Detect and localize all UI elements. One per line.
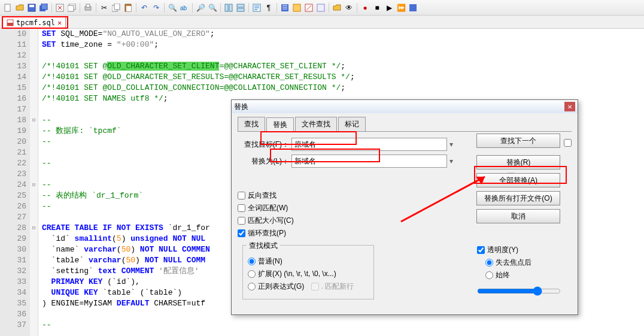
svg-rect-16 — [229, 4, 232, 11]
sql-file-icon — [7, 19, 14, 26]
replace-label: 替换为(L)： — [238, 156, 291, 167]
sync-v-icon[interactable] — [223, 2, 234, 13]
mode-normal[interactable]: 普通(N) — [248, 256, 369, 267]
doc-map-icon[interactable] — [303, 2, 314, 13]
search-mode-group: 查找模式 普通(N) 扩展(X) (\n, \r, \t, \0, \x...)… — [242, 245, 374, 299]
file-tab-close-icon[interactable]: ✕ — [57, 19, 62, 27]
svg-rect-2 — [29, 5, 34, 7]
monitor-icon[interactable]: 👁 — [344, 2, 354, 13]
lang-icon[interactable] — [291, 2, 302, 13]
replace-input[interactable] — [291, 155, 447, 168]
sync-h-icon[interactable] — [235, 2, 246, 13]
dialog-tab-1[interactable]: 替换 — [266, 117, 294, 132]
transparency-slider[interactable] — [477, 286, 561, 296]
open-icon[interactable] — [14, 2, 25, 13]
transparency-group: 透明度(Y) 失去焦点后 始终 — [477, 245, 567, 298]
svg-text:ab: ab — [180, 5, 187, 11]
zoom-out-icon[interactable]: 🔍 — [207, 2, 218, 13]
stop-icon[interactable]: ■ — [372, 2, 382, 13]
svg-rect-15 — [225, 4, 228, 11]
dialog-buttons: 查找下一个 替换(R) 全部替换(A) 替换所有打开文件(O) 取消 — [476, 134, 572, 227]
transparency-checkbox[interactable]: 透明度(Y) — [477, 245, 567, 255]
search-mode-title: 查找模式 — [247, 241, 280, 251]
dialog-title: 替换 — [234, 102, 564, 112]
replace-dialog: 替换 ✕ 查找替换文件查找标记 查找目标(F)： ▾ 替换为(L)： ▾ 选取范… — [231, 99, 578, 315]
close-all-icon[interactable] — [66, 2, 77, 13]
file-tab-name: tpcmf.sql — [16, 19, 55, 27]
show-all-icon[interactable]: ¶ — [263, 2, 274, 13]
svg-rect-18 — [237, 8, 244, 11]
folder-icon[interactable] — [332, 2, 342, 13]
file-tab[interactable]: tpcmf.sql ✕ — [2, 17, 66, 28]
find-icon[interactable]: 🔍 — [167, 2, 178, 13]
dialog-tab-3[interactable]: 标记 — [338, 117, 366, 131]
redo-icon[interactable]: ↷ — [151, 2, 162, 13]
wrap-icon[interactable] — [251, 2, 262, 13]
dialog-titlebar[interactable]: 替换 ✕ — [232, 100, 578, 113]
find-dropdown-icon[interactable]: ▾ — [449, 140, 453, 149]
trans-lose-focus[interactable]: 失去焦点后 — [485, 258, 567, 268]
undo-icon[interactable]: ↶ — [139, 2, 150, 13]
play-icon[interactable]: ▶ — [384, 2, 394, 13]
replace-dropdown-icon[interactable]: ▾ — [449, 157, 453, 165]
find-input[interactable] — [291, 138, 447, 151]
new-file-icon[interactable] — [2, 2, 13, 13]
func-list-icon[interactable] — [315, 2, 326, 13]
copy-icon[interactable] — [111, 2, 121, 13]
svg-rect-21 — [293, 4, 300, 11]
svg-rect-7 — [68, 5, 74, 11]
mode-extended[interactable]: 扩展(X) (\n, \r, \t, \0, \x...) — [248, 269, 369, 279]
paste-icon[interactable] — [123, 2, 133, 13]
svg-rect-4 — [41, 4, 47, 10]
dialog-close-icon[interactable]: ✕ — [564, 102, 575, 111]
find-next-button[interactable]: 查找下一个 — [476, 134, 560, 148]
replace-icon[interactable]: ab — [179, 2, 190, 13]
svg-rect-24 — [409, 4, 417, 11]
play-multi-icon[interactable]: ⏩ — [396, 2, 406, 13]
indent-guide-icon[interactable] — [280, 2, 290, 13]
svg-rect-11 — [114, 4, 120, 10]
zoom-in-icon[interactable]: 🔎 — [195, 2, 206, 13]
record-icon[interactable]: ● — [360, 2, 370, 13]
cut-icon[interactable]: ✂ — [99, 2, 110, 13]
dialog-tabs: 查找替换文件查找标记 — [238, 117, 572, 132]
mode-regex[interactable]: 正则表达式(G) . 匹配新行 — [248, 281, 369, 292]
print-icon[interactable] — [83, 2, 93, 13]
save-macro-icon[interactable] — [408, 2, 418, 13]
main-toolbar: ✂ ↶ ↷ 🔍 ab 🔎 🔍 ¶ 👁 ● ■ ▶ ⏩ — [0, 0, 644, 16]
find-next-pin-checkbox[interactable] — [564, 139, 572, 147]
find-label: 查找目标(F)： — [238, 140, 291, 150]
dialog-tab-0[interactable]: 查找 — [238, 117, 265, 131]
save-all-icon[interactable] — [38, 2, 49, 13]
replace-button[interactable]: 替换(R) — [476, 155, 560, 169]
close-icon[interactable] — [54, 2, 65, 13]
dialog-tab-2[interactable]: 文件查找 — [295, 117, 337, 131]
svg-rect-17 — [237, 4, 244, 7]
cancel-button[interactable]: 取消 — [476, 209, 560, 223]
replace-all-button[interactable]: 全部替换(A) — [476, 173, 560, 187]
svg-rect-23 — [317, 4, 324, 11]
line-number-gutter: 1011121314151617181920212223242526272829… — [0, 29, 30, 336]
svg-rect-9 — [86, 4, 90, 7]
replace-open-files-button[interactable]: 替换所有打开文件(O) — [476, 191, 560, 205]
opt-wrap[interactable]: 循环查找(P) — [238, 228, 572, 238]
trans-always[interactable]: 始终 — [485, 270, 567, 280]
save-icon[interactable] — [26, 2, 37, 13]
file-tabbar: tpcmf.sql ✕ — [0, 16, 644, 29]
fold-gutter: ⊟⊟⊟ — [30, 29, 38, 336]
svg-rect-26 — [7, 23, 13, 26]
svg-rect-13 — [126, 6, 131, 11]
svg-rect-0 — [5, 4, 10, 11]
